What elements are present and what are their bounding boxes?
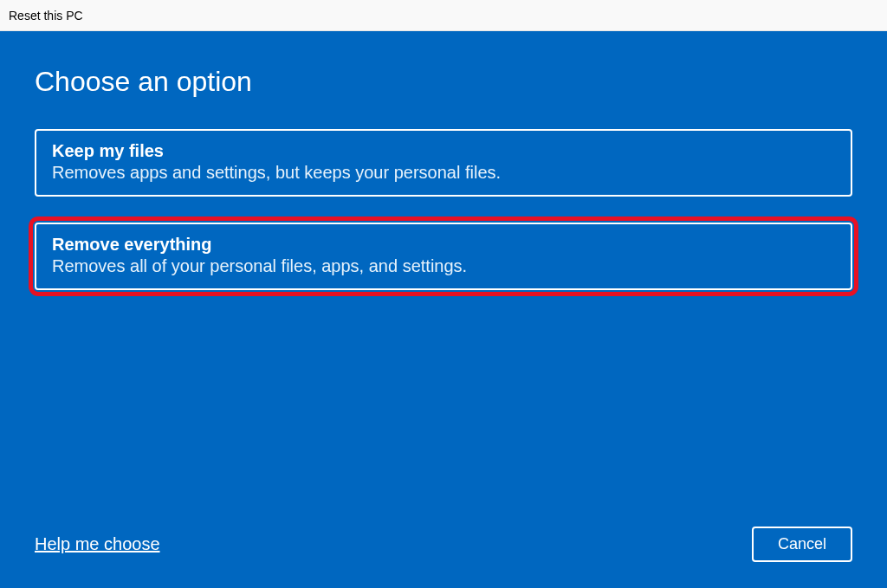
page-title: Choose an option xyxy=(35,66,852,98)
option-remove-everything[interactable]: Remove everything Removes all of your pe… xyxy=(35,223,852,290)
option-description: Removes all of your personal files, apps… xyxy=(52,256,835,276)
option-keep-my-files[interactable]: Keep my files Removes apps and settings,… xyxy=(35,129,852,197)
options-list: Keep my files Removes apps and settings,… xyxy=(35,129,852,290)
window-title: Reset this PC xyxy=(9,9,83,23)
window-titlebar: Reset this PC xyxy=(0,0,887,31)
dialog-body: Choose an option Keep my files Removes a… xyxy=(0,31,887,588)
cancel-button[interactable]: Cancel xyxy=(752,527,852,562)
option-title: Keep my files xyxy=(52,141,835,161)
help-me-choose-link[interactable]: Help me choose xyxy=(35,534,160,554)
option-title: Remove everything xyxy=(52,235,835,255)
option-description: Removes apps and settings, but keeps you… xyxy=(52,163,835,183)
dialog-footer: Help me choose Cancel xyxy=(35,527,852,562)
